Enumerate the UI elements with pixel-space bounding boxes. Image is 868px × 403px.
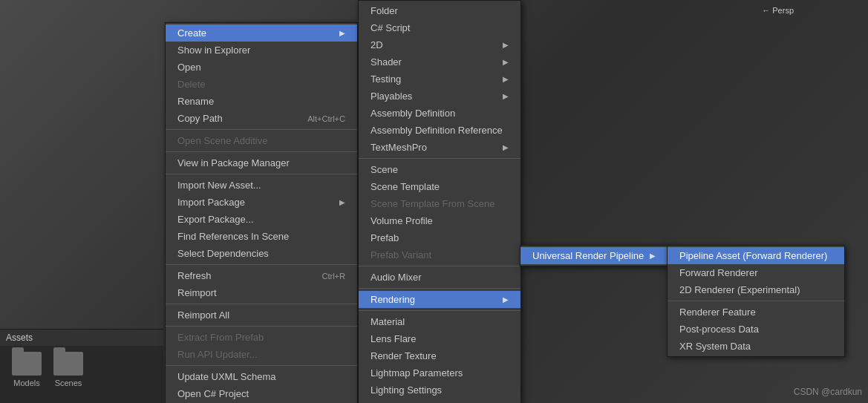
menu-item[interactable]: Render Texture xyxy=(359,347,521,364)
menu-item[interactable]: Update UXML Schema xyxy=(166,368,357,385)
menu-separator xyxy=(359,266,521,266)
menu-item: Run API Updater... xyxy=(166,346,357,363)
menu-item-label: Rendering xyxy=(371,294,415,305)
menu-item[interactable]: Scene Template xyxy=(359,178,521,195)
menu-item[interactable]: Rendering▶ xyxy=(359,291,521,308)
menu-item[interactable]: Prefab xyxy=(359,229,521,246)
menu-item-label: Update UXML Schema xyxy=(177,371,275,382)
menu-item[interactable]: Post-process Data xyxy=(668,321,844,338)
menu-item-label: Universal Render Pipeline xyxy=(532,250,644,261)
menu-item[interactable]: Import New Asset... xyxy=(166,177,357,194)
menu-separator xyxy=(166,151,357,152)
menu-item-label: Material xyxy=(371,316,405,327)
menu-item[interactable]: Audio Mixer xyxy=(359,269,521,286)
menu-item[interactable]: 2D Renderer (Experimental) xyxy=(668,281,844,298)
menu-item[interactable]: RefreshCtrl+R xyxy=(166,267,357,284)
menu-item: Extract From Prefab xyxy=(166,329,357,346)
menu-item[interactable]: View in Package Manager xyxy=(166,154,357,171)
menu-item-label: Testing xyxy=(371,73,401,85)
menu-item-label: 2D Renderer (Experimental) xyxy=(679,284,800,295)
assets-title: Assets xyxy=(0,330,163,346)
menu-item[interactable]: Testing▶ xyxy=(359,71,521,88)
submenu-arrow-icon: ▶ xyxy=(503,92,509,100)
menu-item[interactable]: Show in Explorer xyxy=(166,42,357,59)
menu-item[interactable]: 2D▶ xyxy=(359,36,521,53)
menu-item[interactable]: Playables▶ xyxy=(359,88,521,105)
context-menu-level2: FolderC# Script2D▶Shader▶Testing▶Playabl… xyxy=(358,0,521,403)
menu-item-label: Scene xyxy=(371,164,398,175)
menu-item-label: Renderer Feature xyxy=(679,307,756,318)
menu-item-label: XR System Data xyxy=(679,341,751,352)
menu-item[interactable]: Find References In Scene xyxy=(166,228,357,245)
submenu-arrow-icon: ▶ xyxy=(650,252,656,260)
menu-item[interactable]: Create▶ xyxy=(166,24,357,42)
menu-item: Prefab Variant xyxy=(359,246,521,263)
menu-item-label: Folder xyxy=(371,5,398,16)
menu-item-label: View in Package Manager xyxy=(177,157,290,168)
menu-separator xyxy=(359,288,521,289)
menu-item-label: Export Package... xyxy=(177,214,254,225)
list-item[interactable]: Scenes xyxy=(53,352,83,387)
menu-item-label: Lens Flare xyxy=(371,333,416,344)
submenu-arrow-icon: ▶ xyxy=(503,58,509,66)
menu-item[interactable]: Volume Profile xyxy=(359,212,521,229)
menu-item-label: Import Package xyxy=(177,197,245,208)
menu-item-label: Post-process Data xyxy=(679,324,759,335)
menu-item-label: Pipeline Asset (Forward Renderer) xyxy=(679,250,827,261)
menu-item[interactable]: Assembly Definition xyxy=(359,105,521,122)
context-menu-level4: Pipeline Asset (Forward Renderer)Forward… xyxy=(667,245,845,357)
assets-panel: Assets Models Scenes xyxy=(0,329,163,403)
menu-item-label: Volume Profile xyxy=(371,215,433,226)
menu-item[interactable]: Open C# Project xyxy=(166,385,357,402)
menu-shortcut: Ctrl+R xyxy=(322,272,345,281)
context-menu-level1: Create▶Show in ExplorerOpenDeleteRenameC… xyxy=(165,22,358,403)
menu-item-label: Refresh xyxy=(177,270,212,281)
menu-item-label: Reimport All xyxy=(177,309,229,321)
menu-item[interactable]: C# Script xyxy=(359,19,521,36)
list-item[interactable]: Models xyxy=(12,352,42,387)
menu-item[interactable]: Material xyxy=(359,313,521,330)
menu-item-label: Create xyxy=(177,27,206,39)
menu-item[interactable]: Scene xyxy=(359,161,521,178)
menu-item[interactable]: Open xyxy=(166,59,357,76)
submenu-arrow-icon: ▶ xyxy=(503,295,509,304)
menu-item[interactable]: Folder xyxy=(359,2,521,19)
menu-separator xyxy=(166,264,357,265)
menu-item[interactable]: Pipeline Asset (Forward Renderer) xyxy=(668,247,844,264)
menu-separator xyxy=(166,326,357,327)
menu-item-label: Run API Updater... xyxy=(177,349,258,360)
persp-indicator: ← Persp xyxy=(762,6,794,15)
menu-item-label: Open Scene Additive xyxy=(177,135,267,146)
menu-item[interactable]: Renderer Feature xyxy=(668,304,844,321)
menu-item-label: Import New Asset... xyxy=(177,180,261,191)
menu-item-label: TextMeshPro xyxy=(371,142,427,153)
menu-item-label: Assembly Definition xyxy=(371,108,455,119)
menu-item[interactable]: Assembly Definition Reference xyxy=(359,122,521,139)
menu-item[interactable]: Shader▶ xyxy=(359,53,521,71)
menu-item[interactable]: Import Package▶ xyxy=(166,194,357,211)
menu-item[interactable]: Lightmap Parameters xyxy=(359,364,521,381)
asset-label: Scenes xyxy=(55,379,82,387)
submenu-arrow-icon: ▶ xyxy=(503,75,509,83)
menu-item[interactable]: Lighting Settings xyxy=(359,381,521,399)
menu-item[interactable]: Copy PathAlt+Ctrl+C xyxy=(166,110,357,127)
menu-item[interactable]: Select Dependencies xyxy=(166,245,357,262)
menu-item-label: Show in Explorer xyxy=(177,45,250,56)
menu-item[interactable]: Custom Render Texture xyxy=(359,399,521,403)
menu-separator xyxy=(359,310,521,311)
menu-item-label: Lighting Settings xyxy=(371,384,442,396)
menu-item[interactable]: TextMeshPro▶ xyxy=(359,139,521,156)
submenu-arrow-icon: ▶ xyxy=(503,41,509,49)
menu-item[interactable]: Universal Render Pipeline▶ xyxy=(521,247,668,264)
menu-separator xyxy=(359,158,521,159)
menu-item-label: Rename xyxy=(177,96,214,107)
menu-item[interactable]: Rename xyxy=(166,93,357,110)
watermark: CSDN @cardkun xyxy=(794,387,862,397)
menu-item[interactable]: XR System Data xyxy=(668,338,844,355)
menu-item[interactable]: Forward Renderer xyxy=(668,264,844,281)
menu-item[interactable]: Lens Flare xyxy=(359,330,521,347)
menu-item[interactable]: Export Package... xyxy=(166,211,357,228)
menu-item[interactable]: Reimport All xyxy=(166,307,357,324)
menu-item-label: C# Script xyxy=(371,22,410,33)
menu-item[interactable]: Reimport xyxy=(166,284,357,301)
